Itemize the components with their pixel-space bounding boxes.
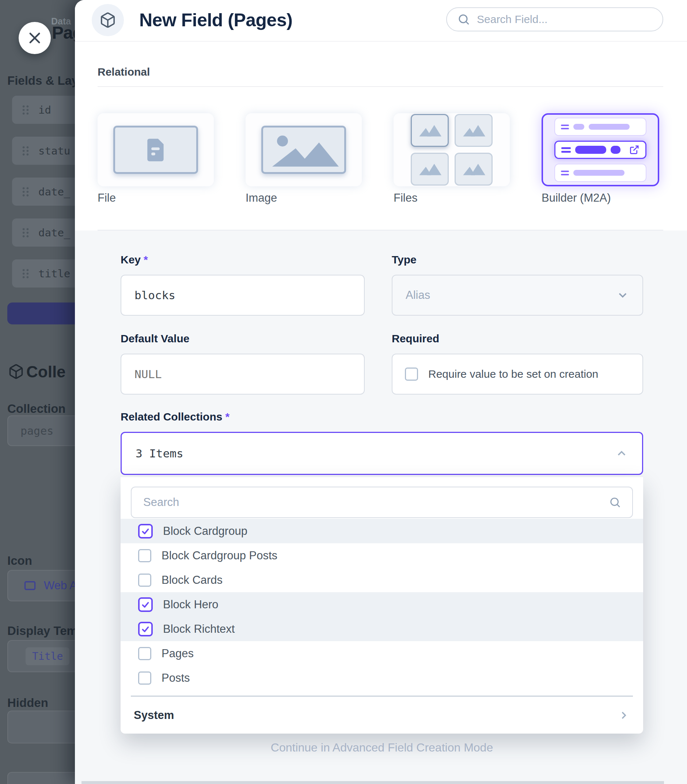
divider [98,86,663,87]
search-icon [457,13,470,26]
advanced-mode-link[interactable]: Continue in Advanced Field Creation Mode [121,741,643,754]
pill [574,124,584,130]
chevron-up-icon [615,447,628,460]
chevron-right-icon [618,709,630,722]
drag-handle-icon [21,187,30,197]
image-preview [261,126,346,174]
field-label: title [38,267,70,280]
check-icon [141,624,150,634]
file-icon [146,138,165,162]
related-collections-select[interactable]: 3 Items [121,432,643,475]
system-group-row[interactable]: System [121,702,643,729]
checkbox-unchecked[interactable] [138,549,151,562]
pill [574,170,625,176]
builder-row-active [554,141,646,159]
card-image[interactable] [246,113,362,186]
required-asterisk: * [144,254,148,266]
checkbox-unchecked[interactable] [138,647,151,660]
related-collections-value: 3 Items [136,447,184,460]
divider [131,695,633,697]
backdrop-collection-input: pages [7,415,79,446]
section-label-relational: Relational [98,66,150,78]
backdrop-display-label: Display Tem [7,624,77,638]
backdrop-icon-label: Icon [7,554,32,568]
card-label-image: Image [246,192,277,205]
collection-option-posts[interactable]: Posts [121,666,643,690]
collection-option-block-cardgroup-posts[interactable]: Block Cardgroup Posts [121,543,643,568]
type-select[interactable]: Alias [392,275,643,316]
collection-option-pages[interactable]: Pages [121,641,643,666]
field-search[interactable] [446,7,663,31]
card-builder-m2a-selected[interactable] [542,113,659,186]
type-value: Alias [406,289,430,302]
key-label: Key* [121,254,148,266]
window-icon [23,579,36,592]
field-label: statu [38,145,70,157]
card-files[interactable] [394,113,510,186]
backdrop-hidden-label: Hidden [7,696,48,710]
new-field-drawer: New Field (Pages) Relational File [75,0,687,784]
default-value-label: Default Value [121,333,189,345]
drag-handle-icon [561,125,569,130]
related-collections-dropdown: Block Cardgroup Block Cardgroup Posts Bl… [121,477,643,733]
card-label-files: Files [394,192,417,205]
card-label-file: File [98,192,116,205]
default-value-input[interactable] [121,354,365,395]
drag-handle-icon [21,105,30,115]
pill [589,124,629,130]
collection-value: pages [20,425,53,437]
collection-option-block-richtext[interactable]: Block Richtext [121,617,643,641]
drag-handle-icon [21,146,30,156]
pill [611,146,621,154]
backdrop-collection-label: Collection [7,402,66,416]
required-label: Required [392,333,439,345]
card-label-builder: Builder (M2A) [542,192,611,205]
checkbox-unchecked[interactable] [138,671,151,685]
field-label: id [38,104,51,116]
divider [82,781,664,784]
image-icon [267,131,340,169]
collection-option-block-cardgroup[interactable]: Block Cardgroup [121,519,643,543]
drawer-icon-circle [92,4,124,36]
builder-row [554,118,646,136]
close-button[interactable] [19,22,51,54]
backdrop-hidden-input [7,710,79,743]
field-label: date_ [38,185,70,198]
dropdown-search-input[interactable] [143,495,609,509]
checkbox-checked[interactable] [138,622,153,636]
required-asterisk: * [225,411,230,423]
check-icon [141,600,150,609]
search-icon [609,496,621,508]
collection-option-block-cards[interactable]: Block Cards [121,568,643,592]
checkbox-checked[interactable] [138,524,153,538]
thumbnail-icon [411,114,449,147]
backdrop-partial-input [7,772,79,784]
icon-value: Web A [44,579,77,592]
builder-row [554,164,646,182]
collection-option-block-hero[interactable]: Block Hero [121,592,643,617]
thumbnail-icon [455,153,493,185]
check-icon [141,526,150,536]
field-search-input[interactable] [476,13,652,26]
thumbnail-icon [455,114,493,147]
thumbnail-icon [411,153,449,185]
dropdown-search[interactable] [131,487,633,518]
files-preview [411,114,493,185]
type-label: Type [392,254,417,266]
checkbox-checked[interactable] [138,597,153,612]
card-file[interactable] [98,113,214,186]
drawer-title: New Field (Pages) [139,10,293,31]
chevron-down-icon [616,289,629,302]
required-checkbox-label: Require value to be set on creation [428,368,598,380]
required-checkbox[interactable] [405,367,418,381]
field-label: date_ [38,226,70,239]
display-template-chip: Title [26,647,69,665]
file-preview [113,126,198,174]
screen: Data Pag Fields & Lay id statu date_ dat… [0,0,687,784]
backdrop-display-input: Title [7,640,79,672]
drag-handle-icon [561,147,571,153]
related-collections-label: Related Collections* [121,411,230,423]
checkbox-unchecked[interactable] [138,574,151,587]
key-input[interactable] [121,275,365,316]
box-icon [99,12,116,28]
